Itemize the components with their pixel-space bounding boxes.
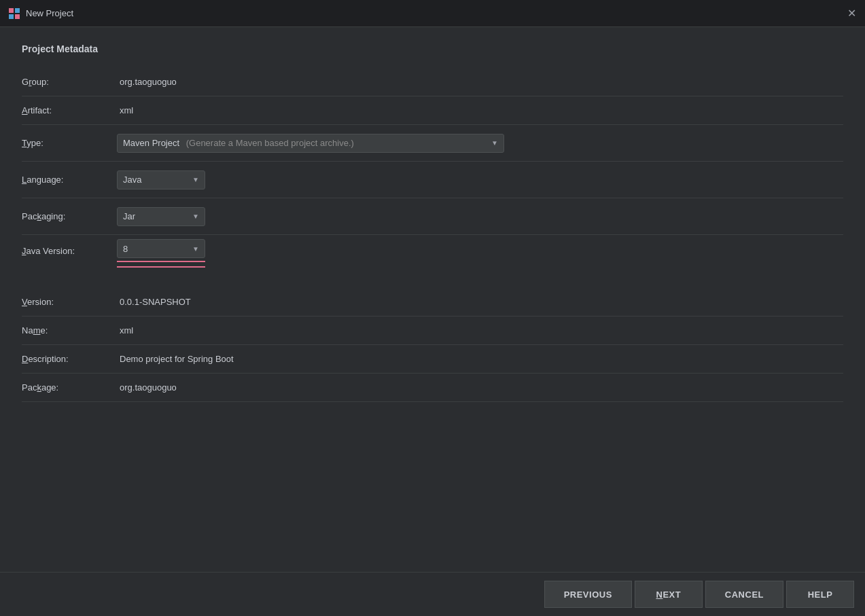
- language-dropdown-text: Java: [123, 175, 141, 185]
- language-dropdown-arrow: ▼: [192, 176, 199, 183]
- type-row: Type: Maven Project (Generate a Maven ba…: [22, 125, 843, 162]
- language-row: Language: Java ▼: [22, 162, 843, 198]
- next-button[interactable]: NEXT: [635, 581, 703, 608]
- package-input[interactable]: org.taoguoguo: [117, 382, 843, 393]
- version-label: Version:: [22, 297, 117, 307]
- package-label: Package:: [22, 382, 117, 393]
- java-version-underline: [117, 261, 205, 262]
- svg-rect-0: [9, 8, 14, 13]
- packaging-dropdown[interactable]: Jar ▼: [117, 207, 205, 226]
- group-row: Group: org.taoguoguo: [22, 68, 843, 96]
- artifact-row: Artifact: xml: [22, 96, 843, 125]
- name-label: Name:: [22, 325, 117, 336]
- dialog-content: Project Metadata Group: org.taoguoguo Ar…: [0, 27, 865, 418]
- cancel-button[interactable]: CANCEL: [705, 581, 783, 608]
- previous-button[interactable]: PREVIOUS: [544, 581, 632, 608]
- group-label: Group:: [22, 77, 117, 87]
- language-dropdown[interactable]: Java ▼: [117, 170, 205, 189]
- type-dropdown-text: Maven Project (Generate a Maven based pr…: [123, 138, 354, 148]
- next-rest: EXT: [663, 590, 681, 600]
- java-version-label: Java Version:: [22, 246, 117, 256]
- packaging-row: Packaging: Jar ▼: [22, 198, 843, 235]
- java-version-dropdown-text: 8: [123, 244, 128, 254]
- help-button[interactable]: HELP: [786, 581, 854, 608]
- close-button[interactable]: ✕: [846, 8, 857, 19]
- description-label: Description:: [22, 354, 117, 364]
- language-label: Language:: [22, 175, 117, 185]
- version-input[interactable]: 0.0.1-SNAPSHOT: [117, 297, 843, 307]
- button-bar: PREVIOUS NEXT CANCEL HELP: [0, 572, 865, 616]
- version-row: Version: 0.0.1-SNAPSHOT: [22, 288, 843, 316]
- description-input[interactable]: Demo project for Spring Boot: [117, 354, 843, 364]
- svg-rect-1: [15, 8, 20, 13]
- app-icon: [8, 7, 20, 20]
- title-bar: New Project ✕: [0, 0, 865, 27]
- description-row: Description: Demo project for Spring Boo…: [22, 345, 843, 374]
- artifact-label: Artifact:: [22, 105, 117, 115]
- artifact-input[interactable]: xml: [117, 105, 843, 115]
- title-text: New Project: [26, 8, 73, 18]
- java-version-wrapper: 8 ▼: [117, 239, 205, 262]
- package-row: Package: org.taoguoguo: [22, 374, 843, 402]
- svg-rect-2: [9, 14, 14, 19]
- java-version-dropdown-arrow: ▼: [192, 245, 199, 253]
- packaging-label: Packaging:: [22, 211, 117, 221]
- java-version-row: Java Version: 8 ▼: [22, 235, 843, 272]
- type-dropdown[interactable]: Maven Project (Generate a Maven based pr…: [117, 134, 504, 153]
- title-bar-left: New Project: [8, 7, 73, 20]
- packaging-dropdown-text: Jar: [123, 211, 135, 221]
- form-container: Group: org.taoguoguo Artifact: xml Type:…: [22, 68, 843, 402]
- next-underline-char: N: [656, 590, 663, 600]
- java-version-dropdown[interactable]: 8 ▼: [117, 239, 205, 258]
- group-input[interactable]: org.taoguoguo: [117, 77, 843, 87]
- name-input[interactable]: xml: [117, 325, 843, 336]
- spacer: [22, 272, 843, 288]
- type-dropdown-arrow: ▼: [491, 139, 498, 147]
- packaging-dropdown-arrow: ▼: [192, 213, 199, 220]
- svg-rect-3: [15, 14, 20, 19]
- type-label: Type:: [22, 138, 117, 148]
- section-title: Project Metadata: [22, 43, 843, 54]
- name-row: Name: xml: [22, 316, 843, 345]
